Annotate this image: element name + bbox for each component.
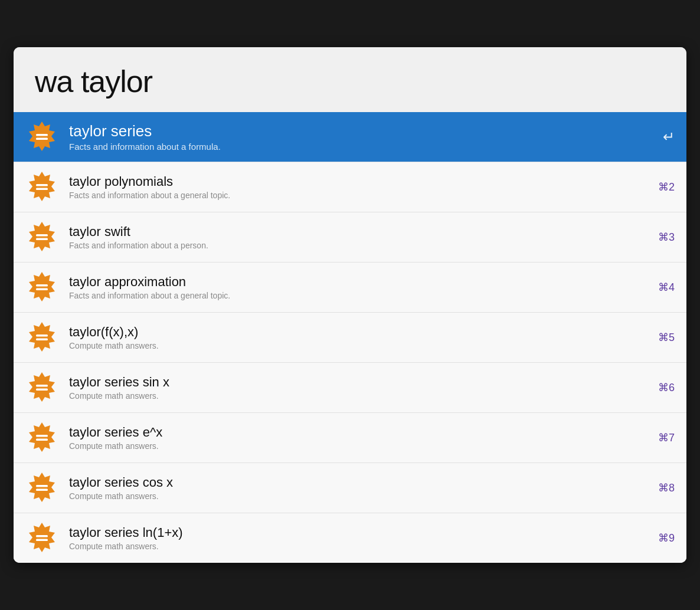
svg-rect-13 bbox=[36, 334, 48, 337]
item-subtitle-4: Compute math answers. bbox=[69, 341, 646, 350]
svg-marker-24 bbox=[29, 523, 55, 552]
shortcut-6: ⌘7 bbox=[646, 431, 675, 444]
item-content-4: taylor(f(x),x) Compute math answers. bbox=[69, 324, 646, 350]
item-content-2: taylor swift Facts and information about… bbox=[69, 224, 646, 250]
wolfram-icon-8 bbox=[25, 522, 58, 555]
item-title-0: taylor series bbox=[69, 122, 651, 140]
result-list: taylor series Facts and information abou… bbox=[14, 112, 686, 563]
svg-rect-10 bbox=[36, 284, 48, 287]
svg-marker-18 bbox=[29, 422, 55, 452]
item-content-7: taylor series cos x Compute math answers… bbox=[69, 475, 646, 501]
enter-icon: ↵ bbox=[651, 129, 675, 145]
list-item-3[interactable]: taylor approximation Facts and informati… bbox=[14, 262, 686, 312]
list-item-5[interactable]: taylor series sin x Compute math answers… bbox=[14, 362, 686, 412]
item-subtitle-5: Compute math answers. bbox=[69, 391, 646, 401]
wolfram-icon-7 bbox=[25, 471, 58, 504]
item-title-4: taylor(f(x),x) bbox=[69, 324, 646, 340]
shortcut-4: ⌘5 bbox=[646, 331, 675, 344]
item-title-1: taylor polynomials bbox=[69, 174, 646, 189]
svg-rect-11 bbox=[36, 288, 48, 291]
svg-rect-23 bbox=[36, 489, 48, 491]
item-subtitle-3: Facts and information about a general to… bbox=[69, 291, 646, 300]
svg-rect-1 bbox=[36, 134, 48, 136]
svg-rect-26 bbox=[36, 539, 48, 542]
svg-rect-4 bbox=[36, 184, 48, 186]
item-title-7: taylor series cos x bbox=[69, 475, 646, 490]
svg-rect-25 bbox=[36, 535, 48, 537]
item-content-0: taylor series Facts and information abou… bbox=[69, 122, 651, 152]
list-item-selected[interactable]: taylor series Facts and information abou… bbox=[14, 112, 686, 162]
wolfram-icon-6 bbox=[25, 421, 58, 454]
shortcut-2: ⌘3 bbox=[646, 231, 675, 244]
wolfram-icon-1 bbox=[25, 170, 58, 204]
shortcut-8: ⌘9 bbox=[646, 532, 675, 545]
svg-rect-19 bbox=[36, 435, 48, 437]
svg-rect-5 bbox=[36, 188, 48, 191]
shortcut-7: ⌘8 bbox=[646, 481, 675, 494]
item-subtitle-1: Facts and information about a general to… bbox=[69, 191, 646, 200]
svg-rect-17 bbox=[36, 389, 48, 391]
list-item-6[interactable]: taylor series e^x Compute math answers. … bbox=[14, 412, 686, 463]
item-subtitle-6: Compute math answers. bbox=[69, 441, 646, 451]
list-item-7[interactable]: taylor series cos x Compute math answers… bbox=[14, 463, 686, 513]
page-title: wa taylor bbox=[35, 64, 665, 99]
list-item-1[interactable]: taylor polynomials Facts and information… bbox=[14, 162, 686, 212]
item-title-3: taylor approximation bbox=[69, 274, 646, 290]
item-subtitle-0: Facts and information about a formula. bbox=[69, 142, 651, 152]
list-item-4[interactable]: taylor(f(x),x) Compute math answers. ⌘5 bbox=[14, 312, 686, 362]
svg-marker-15 bbox=[29, 372, 55, 402]
item-content-3: taylor approximation Facts and informati… bbox=[69, 274, 646, 300]
wolfram-icon-3 bbox=[25, 271, 58, 304]
svg-rect-2 bbox=[36, 138, 48, 140]
item-content-6: taylor series e^x Compute math answers. bbox=[69, 425, 646, 451]
item-title-8: taylor series ln(1+x) bbox=[69, 525, 646, 540]
list-item-2[interactable]: taylor swift Facts and information about… bbox=[14, 212, 686, 262]
item-title-2: taylor swift bbox=[69, 224, 646, 240]
header: wa taylor bbox=[14, 47, 686, 112]
svg-rect-8 bbox=[36, 238, 48, 241]
item-subtitle-2: Facts and information about a person. bbox=[69, 241, 646, 250]
wolfram-icon-2 bbox=[25, 221, 58, 254]
item-content-8: taylor series ln(1+x) Compute math answe… bbox=[69, 525, 646, 551]
svg-marker-12 bbox=[29, 322, 55, 352]
item-subtitle-8: Compute math answers. bbox=[69, 542, 646, 551]
svg-marker-6 bbox=[29, 222, 55, 251]
svg-rect-22 bbox=[36, 485, 48, 487]
wolfram-icon-5 bbox=[25, 371, 58, 404]
svg-marker-0 bbox=[29, 122, 55, 151]
app-window: wa taylor taylor series Facts and inform… bbox=[14, 47, 686, 563]
shortcut-1: ⌘2 bbox=[646, 181, 675, 194]
shortcut-5: ⌘6 bbox=[646, 381, 675, 394]
item-content-1: taylor polynomials Facts and information… bbox=[69, 174, 646, 200]
item-content-5: taylor series sin x Compute math answers… bbox=[69, 375, 646, 401]
list-item-8[interactable]: taylor series ln(1+x) Compute math answe… bbox=[14, 513, 686, 563]
wolfram-icon-4 bbox=[25, 321, 58, 354]
svg-marker-9 bbox=[29, 272, 55, 301]
shortcut-3: ⌘4 bbox=[646, 281, 675, 294]
wolfram-icon-0 bbox=[25, 120, 58, 153]
svg-rect-14 bbox=[36, 339, 48, 341]
item-title-5: taylor series sin x bbox=[69, 375, 646, 390]
item-title-6: taylor series e^x bbox=[69, 425, 646, 440]
svg-rect-20 bbox=[36, 439, 48, 441]
item-subtitle-7: Compute math answers. bbox=[69, 491, 646, 501]
svg-marker-21 bbox=[29, 473, 55, 502]
svg-rect-16 bbox=[36, 385, 48, 387]
svg-marker-3 bbox=[29, 172, 55, 201]
svg-rect-7 bbox=[36, 234, 48, 237]
